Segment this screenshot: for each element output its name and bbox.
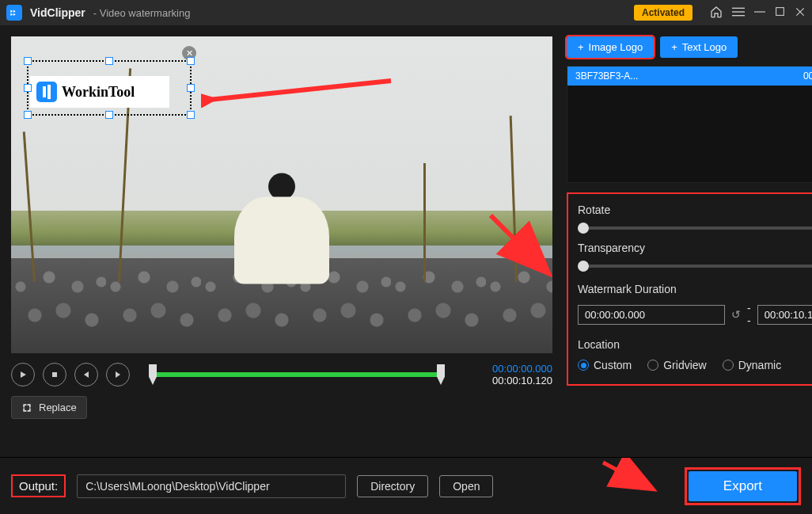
timeline-slider[interactable]	[144, 363, 450, 386]
svg-rect-1	[732, 11, 745, 12]
resize-handle[interactable]	[24, 84, 32, 92]
svg-line-6	[209, 81, 391, 100]
home-icon[interactable]	[710, 6, 723, 21]
plus-icon: +	[671, 41, 677, 53]
duration-label: Watermark Duration	[578, 283, 812, 295]
total-time: 00:00:10.120	[464, 375, 552, 386]
open-button[interactable]: Open	[439, 475, 493, 497]
reset-start-icon[interactable]: ↺	[731, 308, 741, 321]
annotation-arrow-icon	[484, 209, 552, 280]
rotate-label: Rotate	[578, 204, 812, 216]
maximize-icon[interactable]	[775, 6, 785, 19]
svg-rect-9	[52, 372, 57, 377]
svg-line-11	[603, 463, 651, 488]
resize-handle[interactable]	[187, 111, 195, 119]
duration-start-input[interactable]	[578, 305, 725, 325]
properties-pane: + Image Logo + Text Logo Delete 3BF73BF3…	[560, 25, 812, 457]
resize-handle[interactable]	[187, 84, 195, 92]
output-label: Output:	[11, 474, 66, 497]
watermark-list-item[interactable]: 3BF73BF3-A... 00:00:00.000 - 00:00:10.12…	[567, 67, 812, 86]
stop-button[interactable]	[43, 363, 66, 386]
duration-separator: --	[747, 302, 751, 327]
svg-rect-4	[776, 8, 784, 16]
app-subtitle: - Video watermarking	[93, 7, 191, 19]
location-dynamic-radio[interactable]: Dynamic	[723, 359, 781, 371]
minimize-icon[interactable]	[754, 6, 765, 20]
current-time: 00:00:00.000	[464, 363, 552, 375]
playback-controls: 00:00:00.000 00:00:10.120	[11, 363, 552, 386]
watermark-list: 3BF73BF3-A... 00:00:00.000 - 00:00:10.12…	[567, 66, 812, 183]
svg-rect-2	[732, 15, 745, 16]
resize-handle[interactable]	[24, 111, 32, 119]
next-frame-button[interactable]	[106, 363, 130, 386]
transparency-label: Transparency	[578, 242, 812, 254]
transparency-slider[interactable]	[578, 265, 812, 268]
location-custom-label: Custom	[594, 359, 632, 371]
bottom-bar: Output: Directory Open Export	[0, 457, 812, 514]
prev-frame-button[interactable]	[74, 363, 98, 386]
title-bar: VidClipper - Video watermarking Activate…	[0, 0, 812, 25]
replace-label: Replace	[39, 402, 77, 413]
annotation-arrow-icon	[598, 458, 662, 497]
plus-icon: +	[578, 41, 584, 53]
resize-handle[interactable]	[105, 111, 113, 119]
svg-rect-0	[732, 7, 745, 8]
watermark-selection-box[interactable]: ✕	[27, 60, 192, 116]
timeline-start-handle[interactable]	[149, 364, 157, 385]
location-gridview-label: Gridview	[663, 359, 706, 371]
menu-icon[interactable]	[732, 6, 745, 21]
close-icon[interactable]	[795, 6, 806, 20]
watermark-properties-panel: Rotate ° Transparency % Watermark Durati…	[567, 192, 812, 386]
annotation-arrow-icon	[201, 76, 399, 108]
location-custom-radio[interactable]: Custom	[578, 359, 632, 371]
timeline-end-handle[interactable]	[437, 364, 445, 385]
rotate-slider[interactable]	[578, 227, 812, 230]
resize-handle[interactable]	[187, 57, 195, 65]
video-preview[interactable]: WorkinTool ✕	[11, 36, 552, 353]
app-logo-icon	[6, 5, 22, 21]
preview-pane: WorkinTool ✕	[0, 25, 560, 457]
duration-end-input[interactable]	[757, 305, 812, 325]
export-highlight: Export	[685, 467, 801, 505]
location-gridview-radio[interactable]: Gridview	[647, 359, 706, 371]
replace-icon	[21, 402, 32, 413]
play-button[interactable]	[11, 363, 35, 386]
replace-button[interactable]: Replace	[11, 396, 87, 419]
list-item-time: 00:00:00.000 - 00:00:10.120	[803, 70, 812, 82]
location-dynamic-label: Dynamic	[738, 359, 781, 371]
svg-rect-3	[754, 11, 765, 12]
export-button[interactable]: Export	[689, 471, 797, 501]
image-logo-label: Image Logo	[589, 41, 643, 53]
text-logo-button[interactable]: + Text Logo	[660, 36, 738, 58]
output-path-input[interactable]	[77, 474, 346, 498]
directory-button[interactable]: Directory	[357, 475, 428, 497]
resize-handle[interactable]	[105, 57, 113, 65]
location-label: Location	[578, 338, 812, 351]
text-logo-label: Text Logo	[682, 41, 727, 53]
image-logo-button[interactable]: + Image Logo	[567, 36, 654, 58]
svg-line-8	[491, 215, 546, 271]
list-item-name: 3BF73BF3-A...	[575, 70, 638, 82]
app-name: VidClipper	[30, 6, 85, 19]
resize-handle[interactable]	[24, 57, 32, 65]
activated-badge: Activated	[634, 5, 692, 21]
